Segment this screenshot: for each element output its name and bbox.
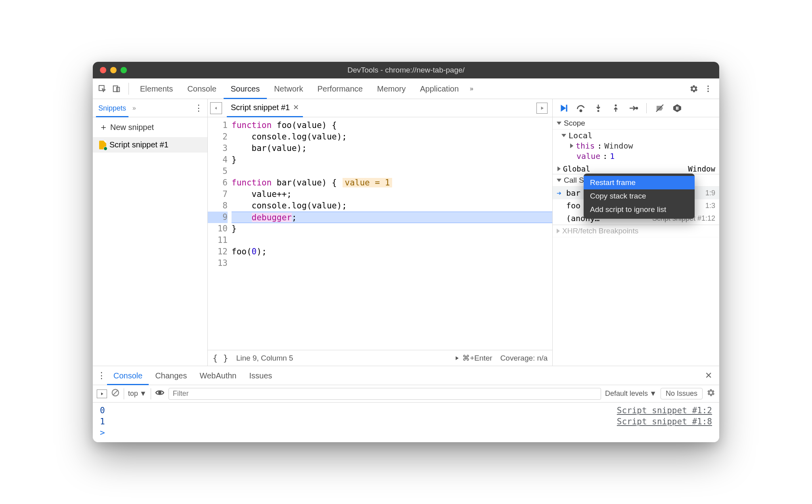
deactivate-breakpoints-icon[interactable] <box>654 102 666 114</box>
drawer-tab-console[interactable]: Console <box>107 366 149 385</box>
console-source-link[interactable]: Script snippet #1:2 <box>617 406 712 415</box>
code-editor[interactable]: 1 2 3 4 5 6 7 8 9 10 11 12 13 <box>208 117 552 350</box>
svg-rect-12 <box>676 107 677 110</box>
kw: debugger <box>252 213 292 222</box>
num: 0 <box>252 247 257 256</box>
console-message[interactable]: 0 Script snippet #1:2 <box>93 405 719 416</box>
pause-exceptions-icon[interactable] <box>671 102 683 114</box>
line-no: 8 <box>208 200 228 212</box>
settings-icon[interactable] <box>688 82 700 95</box>
new-snippet-button[interactable]: ＋ New snippet <box>93 117 207 137</box>
current-frame-arrow-icon: ➔ <box>557 188 563 198</box>
close-tab-icon[interactable]: ✕ <box>293 103 299 112</box>
drawer-close-icon[interactable]: ✕ <box>701 370 716 381</box>
menu-add-ignore-list[interactable]: Add script to ignore list <box>584 203 695 216</box>
scope-header[interactable]: Scope <box>553 117 719 130</box>
console-filter-input[interactable] <box>169 388 601 400</box>
navigator-more[interactable]: » <box>128 105 140 112</box>
main-tabs: Elements Console Sources Network Perform… <box>93 78 719 99</box>
more-tabs[interactable]: » <box>466 85 477 92</box>
tab-elements[interactable]: Elements <box>133 78 180 99</box>
navigator-toggle-icon[interactable] <box>210 102 222 114</box>
more-menu-icon[interactable] <box>702 82 714 95</box>
context-menu: Restart frame Copy stack trace Add scrip… <box>584 174 695 219</box>
gutter: 1 2 3 4 5 6 7 8 9 10 11 12 13 <box>208 117 232 350</box>
scope-global-row[interactable]: Global Window <box>553 164 719 174</box>
levels-label: Default levels <box>605 389 648 398</box>
tab-console[interactable]: Console <box>180 78 223 99</box>
devtools-window: DevTools - chrome://new-tab-page/ Elemen… <box>93 62 719 442</box>
svg-point-7 <box>580 110 582 111</box>
code <box>232 166 552 177</box>
svg-point-10 <box>636 107 638 109</box>
snippet-file-icon <box>99 141 106 149</box>
tab-sources[interactable]: Sources <box>224 78 267 99</box>
console-prompt[interactable]: > <box>93 427 719 438</box>
chevron-down-icon: ▼ <box>649 389 657 398</box>
drawer-menu-icon[interactable]: ⋮ <box>96 370 107 381</box>
console-value: 1 <box>100 417 105 426</box>
console-output: 0 Script snippet #1:2 1 Script snippet #… <box>93 403 719 442</box>
line-no: 1 <box>208 120 228 131</box>
code-body[interactable]: function foo(value) { console.log(value)… <box>232 117 552 350</box>
step-into-icon[interactable] <box>592 102 604 114</box>
step-over-icon[interactable] <box>575 102 587 114</box>
code: ; <box>292 213 297 222</box>
drawer-tab-changes[interactable]: Changes <box>149 366 193 385</box>
resume-icon[interactable] <box>557 102 569 114</box>
device-toggle-icon[interactable] <box>110 82 123 95</box>
svg-point-4 <box>707 88 709 90</box>
run-snippet-icon[interactable] <box>536 103 548 114</box>
step-icon[interactable] <box>627 102 639 114</box>
navigator-menu-icon[interactable]: ⋮ <box>193 103 204 113</box>
scope-value-row[interactable]: value: 1 <box>561 151 719 161</box>
line-no: 2 <box>208 131 228 143</box>
scope-section: Scope Local this: Window va <box>553 117 719 174</box>
console-settings-icon[interactable] <box>707 388 715 399</box>
run-icon[interactable]: ⌘+Enter <box>454 353 492 363</box>
divider <box>128 83 129 95</box>
drawer-tab-webauthn[interactable]: WebAuthn <box>193 366 243 385</box>
clear-console-icon[interactable] <box>111 388 120 399</box>
live-expression-icon[interactable] <box>155 388 165 399</box>
console-message[interactable]: 1 Script snippet #1:8 <box>93 416 719 427</box>
log-levels-selector[interactable]: Default levels ▼ <box>605 389 657 398</box>
editor-tab[interactable]: Script snippet #1 ✕ <box>227 99 303 117</box>
new-snippet-label: New snippet <box>110 123 154 132</box>
tab-application[interactable]: Application <box>413 78 466 99</box>
console-source-link[interactable]: Script snippet #1:8 <box>617 417 712 426</box>
issues-button[interactable]: No Issues <box>661 388 703 399</box>
code: bar(value); <box>232 143 552 154</box>
chevron-right-icon <box>557 229 560 233</box>
menu-restart-frame[interactable]: Restart frame <box>584 176 695 189</box>
frame-src: 1:9 <box>705 189 715 197</box>
menu-copy-stack-trace[interactable]: Copy stack trace <box>584 189 695 203</box>
console-toolbar: top ▼ Default levels ▼ No Issues <box>93 385 719 403</box>
svg-rect-0 <box>99 85 104 90</box>
tab-performance[interactable]: Performance <box>310 78 370 99</box>
chevron-down-icon: ▼ <box>140 389 147 398</box>
pretty-print-icon[interactable]: { } <box>213 353 228 363</box>
snippet-item[interactable]: Script snippet #1 <box>93 137 207 153</box>
line-no: 4 <box>208 154 228 166</box>
plus-icon: ＋ <box>99 121 108 133</box>
xhr-header[interactable]: XHR/fetch Breakpoints <box>553 225 719 237</box>
context-selector[interactable]: top ▼ <box>124 388 151 399</box>
kw: function <box>232 120 272 130</box>
scope-this-row[interactable]: this: Window <box>561 141 719 151</box>
code <box>232 213 252 222</box>
navigator-tab-snippets[interactable]: Snippets <box>96 99 128 117</box>
scope-local-label: Local <box>569 131 592 140</box>
tab-network[interactable]: Network <box>267 78 310 99</box>
step-out-icon[interactable] <box>610 102 622 114</box>
code: console.log(value); <box>232 200 552 212</box>
tab-memory[interactable]: Memory <box>370 78 413 99</box>
inspect-icon[interactable] <box>96 82 109 95</box>
code: bar(value) { <box>272 178 337 187</box>
console-sidebar-toggle-icon[interactable] <box>97 389 107 398</box>
scope-local-header[interactable]: Local <box>561 130 719 141</box>
drawer-tab-issues[interactable]: Issues <box>243 366 278 385</box>
coverage-label: Coverage: n/a <box>500 354 548 363</box>
console-value: 0 <box>100 406 105 415</box>
run-shortcut: ⌘+Enter <box>462 353 492 363</box>
